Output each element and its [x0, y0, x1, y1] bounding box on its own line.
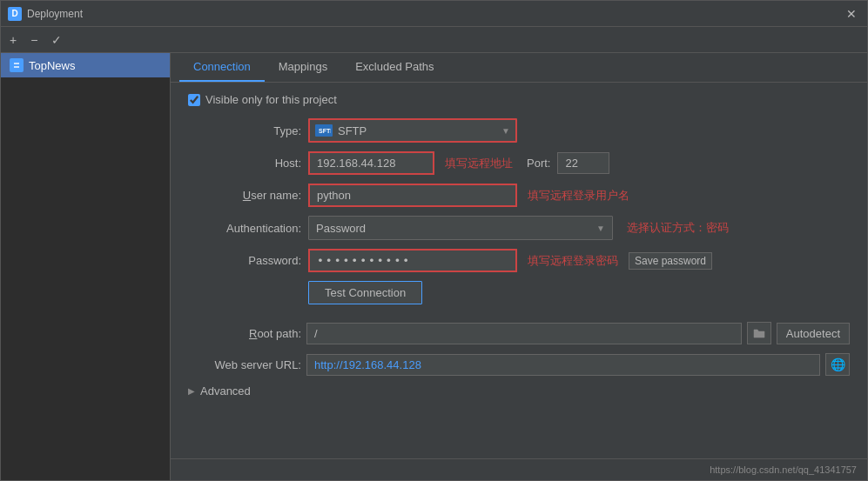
- type-select[interactable]: SFTP SFTP ▼: [308, 118, 517, 143]
- remove-button[interactable]: −: [27, 31, 41, 49]
- tabs: Connection Mappings Excluded Paths: [171, 53, 867, 83]
- advanced-row[interactable]: ▶ Advanced: [188, 384, 850, 397]
- type-arrow-icon: ▼: [501, 126, 510, 136]
- password-input[interactable]: [308, 249, 517, 272]
- auth-select[interactable]: Password ▼: [308, 216, 613, 240]
- bottom-bar: https://blog.csdn.net/qq_41341757: [171, 458, 867, 480]
- tab-mappings[interactable]: Mappings: [265, 53, 341, 82]
- password-row: Password: 填写远程登录密码 Save password: [188, 249, 850, 272]
- username-row: User name: 填写远程登录用户名: [188, 184, 850, 207]
- svg-text:SFTP: SFTP: [319, 128, 331, 134]
- username-label: User name:: [188, 189, 301, 202]
- toolbar: + − ✓: [1, 27, 867, 53]
- svg-rect-2: [14, 66, 19, 68]
- web-server-url-input[interactable]: [306, 354, 820, 376]
- window-icon: D: [8, 7, 22, 21]
- root-path-input[interactable]: [306, 323, 742, 344]
- root-path-row: Root path: Autodetect: [188, 322, 850, 344]
- visible-checkbox-label: Visible only for this project: [205, 93, 337, 106]
- close-button[interactable]: ✕: [843, 5, 860, 23]
- visible-checkbox-row: Visible only for this project: [188, 93, 850, 106]
- tab-excluded-paths[interactable]: Excluded Paths: [341, 53, 447, 82]
- auth-row: Authentication: Password ▼ 选择认证方式：密码: [188, 216, 850, 240]
- autodetect-button[interactable]: Autodetect: [777, 323, 850, 344]
- password-label: Password:: [188, 254, 301, 267]
- auth-value: Password: [316, 222, 596, 235]
- content-area: TopNews Connection Mappings Excluded Pat…: [1, 53, 867, 480]
- password-annotation: 填写远程登录密码: [528, 253, 618, 269]
- confirm-button[interactable]: ✓: [48, 31, 65, 49]
- root-path-label: Root path:: [188, 327, 301, 340]
- advanced-arrow-icon: ▶: [188, 386, 195, 396]
- auth-arrow-icon: ▼: [596, 224, 605, 233]
- type-label: Type:: [188, 124, 301, 137]
- globe-button[interactable]: 🌐: [825, 353, 850, 376]
- host-input[interactable]: [308, 151, 434, 175]
- sidebar: TopNews: [1, 53, 171, 480]
- add-button[interactable]: +: [6, 31, 20, 49]
- form-area: Visible only for this project Type: SFTP…: [171, 83, 867, 458]
- auth-label: Authentication:: [188, 222, 301, 235]
- test-connection-button[interactable]: Test Connection: [308, 281, 422, 304]
- host-annotation: 填写远程地址: [445, 156, 513, 171]
- port-label: Port:: [527, 157, 550, 170]
- sidebar-item-topnews[interactable]: TopNews: [1, 53, 170, 77]
- username-input[interactable]: [308, 184, 517, 207]
- host-row: Host: 填写远程地址 Port:: [188, 151, 850, 175]
- port-input[interactable]: [557, 152, 609, 174]
- main-panel: Connection Mappings Excluded Paths Visib…: [171, 53, 867, 480]
- tab-connection[interactable]: Connection: [179, 53, 265, 82]
- auth-annotation: 选择认证方式：密码: [627, 220, 729, 236]
- folder-button[interactable]: [747, 322, 771, 344]
- svg-rect-1: [14, 63, 19, 64]
- deployment-window: D Deployment ✕ + − ✓ TopNews: [0, 0, 868, 481]
- deployment-icon: [10, 58, 24, 72]
- advanced-label: Advanced: [200, 384, 251, 397]
- test-connection-row: Test Connection: [188, 281, 850, 313]
- type-value: SFTP: [338, 124, 496, 137]
- title-bar: D Deployment ✕: [1, 1, 867, 27]
- web-server-url-row: Web server URL: 🌐: [188, 353, 850, 376]
- username-annotation: 填写远程登录用户名: [528, 188, 629, 204]
- visible-checkbox[interactable]: [188, 94, 200, 106]
- svg-rect-0: [12, 61, 21, 70]
- bottom-link[interactable]: https://blog.csdn.net/qq_41341757: [710, 464, 857, 475]
- window-title: Deployment: [27, 8, 843, 20]
- type-row: Type: SFTP SFTP ▼: [188, 118, 850, 143]
- sidebar-item-label: TopNews: [29, 59, 75, 72]
- save-password-button[interactable]: Save password: [629, 252, 712, 270]
- web-server-url-label: Web server URL:: [188, 358, 301, 371]
- host-label: Host:: [188, 157, 301, 170]
- sftp-icon: SFTP: [315, 124, 333, 137]
